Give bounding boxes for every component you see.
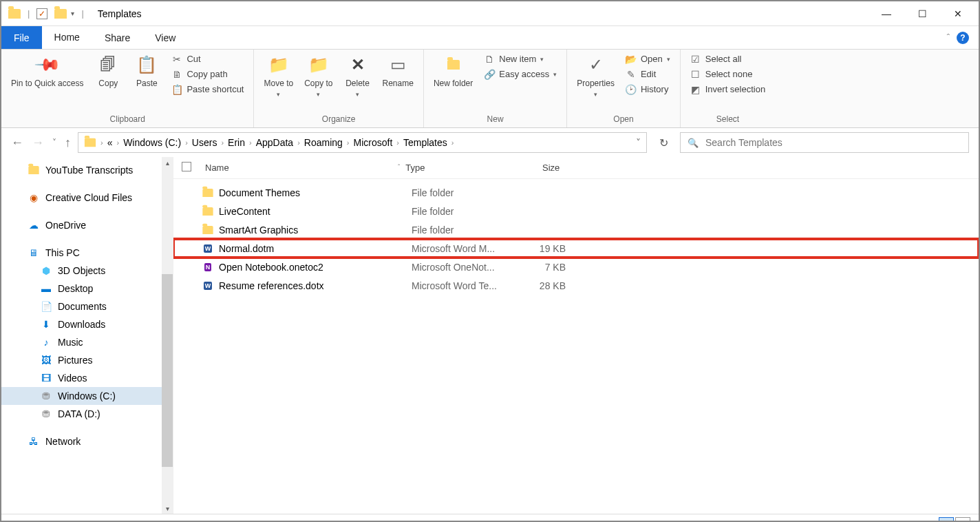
forward-button[interactable]: → — [32, 136, 44, 150]
edit-button[interactable]: ✎Edit — [623, 67, 673, 81]
tree-item[interactable]: ⬇Downloads — [1, 315, 173, 333]
search-box[interactable]: 🔍 — [680, 132, 969, 153]
properties-button[interactable]: ✓Properties▾ — [574, 52, 617, 100]
open-icon: 📂 — [626, 54, 637, 65]
details-view-button[interactable]: ☰ — [939, 517, 954, 523]
crumb-item[interactable]: Erin — [228, 137, 245, 148]
tree-item-icon: 🎞 — [40, 373, 52, 384]
tree-item[interactable]: ⛃Windows (C:) — [1, 387, 173, 405]
crumb-item[interactable]: AppData — [256, 137, 293, 148]
tree-item-label: 3D Objects — [58, 265, 105, 276]
separator: | — [28, 8, 30, 19]
select-all-checkbox[interactable] — [182, 162, 191, 171]
group-label: Organize — [261, 112, 416, 126]
file-row[interactable]: SmartArt GraphicsFile folder — [173, 220, 979, 239]
crumb-item[interactable]: Windows (C:) — [123, 137, 181, 148]
tab-view[interactable]: View — [142, 26, 188, 49]
cut-button[interactable]: ✂Cut — [169, 52, 246, 66]
recent-dropdown[interactable]: ˅ — [52, 138, 56, 147]
tree-item[interactable]: ♪Music — [1, 333, 173, 351]
paste-button[interactable]: 📋Paste — [130, 52, 163, 90]
thumbnails-view-button[interactable]: ▦ — [955, 517, 970, 523]
item-count: 6 items — [10, 519, 39, 522]
tree-item-icon: ▬ — [40, 283, 52, 294]
tree-item-icon — [28, 165, 40, 176]
breadcrumb[interactable]: › « › Windows (C:)› Users› Erin› AppData… — [78, 132, 647, 153]
column-type[interactable]: Type — [400, 163, 510, 173]
tab-home[interactable]: Home — [42, 26, 92, 49]
navigation-tree[interactable]: YouTube Transcripts◉Creative Cloud Files… — [1, 157, 173, 514]
column-name[interactable]: Name — [200, 163, 406, 173]
folder-icon — [54, 9, 67, 19]
file-name: Normal.dotm — [216, 243, 406, 254]
chevron-icon: › — [100, 138, 103, 147]
copy-to-button[interactable]: 📁Copy to▾ — [301, 52, 335, 100]
tree-item[interactable]: ⛃DATA (D:) — [1, 405, 173, 423]
crumb-ellipsis[interactable]: « — [107, 137, 113, 148]
scroll-up-icon[interactable]: ▴ — [162, 157, 173, 168]
window-title: Templates — [98, 8, 142, 19]
paste-shortcut-button[interactable]: 📋Paste shortcut — [169, 83, 246, 96]
file-row[interactable]: LiveContentFile folder — [173, 202, 979, 220]
tree-item[interactable]: 🖧Network — [1, 432, 173, 450]
delete-button[interactable]: ✕Delete▾ — [341, 52, 374, 100]
rename-button[interactable]: ▭Rename — [380, 52, 416, 90]
tree-item[interactable]: ⬢3D Objects — [1, 262, 173, 280]
tree-item[interactable]: YouTube Transcripts — [1, 161, 173, 179]
file-type: Microsoft Word M... — [406, 243, 516, 254]
column-headers: Name ˆ Type Size — [173, 157, 979, 179]
tree-item[interactable]: 📄Documents — [1, 297, 173, 315]
collapse-ribbon-icon[interactable]: ˆ — [947, 32, 950, 43]
help-icon[interactable]: ? — [957, 32, 969, 44]
crumb-item[interactable]: Microsoft — [354, 137, 393, 148]
minimize-button[interactable]: — — [869, 3, 904, 25]
new-folder-button[interactable]: New folder — [431, 52, 476, 90]
maximize-button[interactable]: ☐ — [904, 3, 940, 25]
search-input[interactable] — [705, 137, 961, 148]
group-label: Open — [574, 112, 673, 126]
copy-button[interactable]: 🗐Copy — [92, 52, 125, 90]
column-size[interactable]: Size — [510, 163, 565, 173]
ribbon-group-open: ✓Properties▾ 📂Open▾ ✎Edit 🕑History Open — [567, 50, 681, 127]
invert-selection-button[interactable]: ◩Invert selection — [688, 83, 768, 96]
dropdown-icon[interactable]: ▾ — [71, 10, 74, 17]
move-to-button[interactable]: 📁Move to▾ — [261, 52, 296, 100]
crumb-item[interactable]: Users — [192, 137, 217, 148]
address-dropdown[interactable]: ˅ — [636, 137, 641, 148]
refresh-button[interactable]: ↻ — [654, 132, 673, 153]
back-button[interactable]: ← — [11, 136, 23, 150]
close-button[interactable]: ✕ — [940, 3, 976, 25]
file-row[interactable]: Document ThemesFile folder — [173, 183, 979, 202]
tree-item[interactable]: ◉Creative Cloud Files — [1, 189, 173, 207]
checkbox-icon[interactable]: ✓ — [36, 8, 47, 19]
file-row[interactable]: WNormal.dotmMicrosoft Word M...19 KB — [173, 239, 979, 258]
tree-item[interactable]: 🖼Pictures — [1, 351, 173, 369]
pin-to-quick-access-button[interactable]: 📌Pin to Quick access — [8, 52, 86, 90]
scroll-down-icon[interactable]: ▾ — [162, 503, 173, 514]
up-button[interactable]: ↑ — [65, 136, 71, 150]
tab-file[interactable]: File — [1, 26, 42, 49]
file-list-pane: Name ˆ Type Size Document ThemesFile fol… — [173, 157, 979, 514]
scrollbar-thumb[interactable] — [162, 274, 173, 467]
copy-path-button[interactable]: 🗎Copy path — [169, 67, 246, 81]
file-row[interactable]: WResume references.dotxMicrosoft Word Te… — [173, 276, 979, 295]
easy-access-button[interactable]: 🔗Easy access▾ — [481, 67, 560, 81]
file-type: Microsoft OneNot... — [406, 262, 516, 273]
title-bar: | ✓ ▾ | Templates — ☐ ✕ — [1, 1, 979, 26]
tree-item[interactable]: 🖥This PC — [1, 244, 173, 262]
file-size: 28 KB — [516, 280, 571, 291]
tree-item[interactable]: ▬Desktop — [1, 280, 173, 297]
tab-share[interactable]: Share — [92, 26, 142, 49]
tree-item[interactable]: ☁OneDrive — [1, 216, 173, 234]
tree-item[interactable]: 🎞Videos — [1, 369, 173, 387]
crumb-item[interactable]: Roaming — [304, 137, 343, 148]
file-row[interactable]: NOpen Notebook.onetoc2Microsoft OneNot..… — [173, 258, 979, 276]
history-button[interactable]: 🕑History — [623, 83, 673, 96]
select-all-button[interactable]: ☑Select all — [688, 52, 768, 66]
file-icon — [200, 225, 216, 235]
new-item-button[interactable]: 🗋New item▾ — [481, 52, 560, 66]
tree-item-icon: ⛃ — [40, 408, 52, 419]
crumb-item[interactable]: Templates — [403, 137, 447, 148]
select-none-button[interactable]: ☐Select none — [688, 67, 768, 81]
open-button[interactable]: 📂Open▾ — [623, 52, 673, 66]
